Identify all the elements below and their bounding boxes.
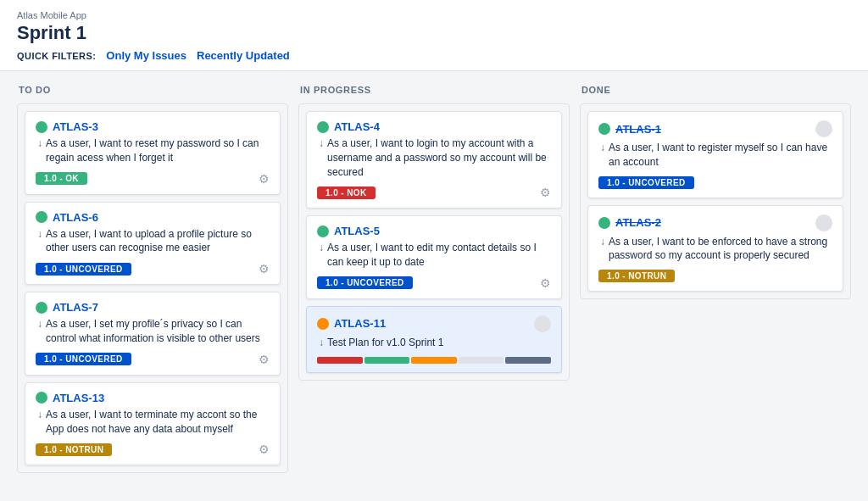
- card-atlas-3: ATLAS-3↓As a user, I want to reset my pa…: [25, 111, 281, 195]
- card-footer: 1.0 - NOTRUN: [598, 270, 832, 282]
- card-id[interactable]: ATLAS-2: [615, 216, 661, 229]
- test-bar: [459, 357, 504, 364]
- card-footer: 1.0 - OK⚙: [36, 172, 270, 186]
- card-atlas-2: ATLAS-2↓As a user, I want to be enforced…: [587, 205, 843, 292]
- column-body-todo: ATLAS-3↓As a user, I want to reset my pa…: [17, 103, 288, 473]
- card-atlas-5: ATLAS-5↓As a user, I want to edit my con…: [306, 215, 562, 299]
- card-footer: 1.0 - UNCOVERED⚙: [317, 276, 551, 290]
- status-badge: 1.0 - UNCOVERED: [36, 263, 131, 276]
- card-description: As a user, I want to login to my account…: [327, 136, 551, 179]
- filter-only-my-issues[interactable]: Only My Issues: [106, 49, 186, 62]
- avatar: [815, 120, 832, 137]
- card-footer: 1.0 - NOTRUN⚙: [36, 443, 270, 456]
- status-badge: 1.0 - NOK: [317, 186, 376, 199]
- avatar: [815, 214, 832, 231]
- card-description: As a user, I want to reset my password s…: [46, 136, 270, 165]
- column-header-inprogress: In Progress: [298, 85, 570, 95]
- arrow-icon: ↓: [600, 142, 605, 153]
- card-atlas-11: ATLAS-11↓Test Plan for v1.0 Sprint 1: [306, 306, 562, 373]
- column-body-done: ATLAS-1↓As a user, I want to register my…: [580, 103, 851, 299]
- arrow-icon: ↓: [600, 236, 605, 248]
- card-id[interactable]: ATLAS-13: [53, 392, 104, 404]
- project-name: Atlas Mobile App: [17, 10, 851, 20]
- card-id[interactable]: ATLAS-4: [334, 120, 380, 133]
- card-footer: 1.0 - UNCOVERED⚙: [36, 353, 270, 366]
- board: To DoATLAS-3↓As a user, I want to reset …: [0, 71, 868, 496]
- card-description: As a user, I set my profile´s privacy so…: [46, 317, 270, 346]
- arrow-icon: ↓: [319, 242, 324, 253]
- status-badge: 1.0 - OK: [36, 172, 87, 185]
- avatar: [534, 315, 551, 332]
- green-status-dot: [317, 121, 329, 133]
- card-footer: 1.0 - UNCOVERED⚙: [36, 262, 270, 276]
- gear-icon[interactable]: ⚙: [540, 186, 551, 199]
- column-todo: To DoATLAS-3↓As a user, I want to reset …: [17, 85, 288, 482]
- status-badge: 1.0 - NOTRUN: [598, 270, 675, 282]
- card-id[interactable]: ATLAS-1: [615, 123, 661, 136]
- test-bar: [317, 357, 363, 364]
- green-status-dot: [598, 217, 610, 229]
- green-status-dot: [317, 225, 329, 237]
- card-atlas-4: ATLAS-4↓As a user, I want to login to my…: [306, 111, 562, 209]
- card-atlas-1: ATLAS-1↓As a user, I want to register my…: [587, 111, 843, 198]
- card-footer: 1.0 - UNCOVERED: [598, 176, 832, 189]
- gear-icon[interactable]: ⚙: [259, 443, 270, 456]
- page-header: Atlas Mobile App Sprint 1 QUICK FILTERS:…: [0, 0, 868, 71]
- card-id[interactable]: ATLAS-7: [53, 301, 98, 314]
- status-badge: 1.0 - UNCOVERED: [317, 276, 413, 289]
- card-footer: 1.0 - NOK⚙: [317, 186, 551, 199]
- card-id[interactable]: ATLAS-3: [53, 120, 98, 133]
- orange-status-dot: [317, 318, 329, 330]
- card-description: As a user, I want to upload a profile pi…: [46, 227, 270, 256]
- card-atlas-13: ATLAS-13↓As a user, I want to terminate …: [25, 382, 281, 466]
- gear-icon[interactable]: ⚙: [259, 353, 270, 366]
- card-atlas-7: ATLAS-7↓As a user, I set my profile´s pr…: [25, 292, 281, 376]
- quick-filters-bar: QUICK FILTERS: Only My Issues Recently U…: [17, 49, 851, 62]
- status-badge: 1.0 - UNCOVERED: [36, 353, 131, 365]
- test-bar: [364, 357, 410, 364]
- column-header-todo: To Do: [17, 85, 288, 95]
- card-id[interactable]: ATLAS-6: [53, 211, 98, 224]
- quick-filters-label: QUICK FILTERS:: [17, 51, 96, 61]
- arrow-icon: ↓: [37, 318, 42, 330]
- column-inprogress: In ProgressATLAS-4↓As a user, I want to …: [298, 85, 570, 482]
- arrow-icon: ↓: [37, 228, 42, 240]
- green-status-dot: [36, 302, 47, 314]
- green-status-dot: [598, 123, 610, 135]
- column-body-inprogress: ATLAS-4↓As a user, I want to login to my…: [298, 103, 570, 381]
- test-bar: [411, 357, 457, 364]
- test-bar: [505, 357, 551, 364]
- sprint-title: Sprint 1: [17, 22, 851, 44]
- green-status-dot: [36, 121, 47, 133]
- column-header-done: Done: [580, 85, 851, 95]
- status-badge: 1.0 - UNCOVERED: [598, 176, 694, 189]
- card-description: As a user, I want to register myself so …: [609, 141, 832, 170]
- test-bars: [317, 357, 551, 364]
- card-atlas-6: ATLAS-6↓As a user, I want to upload a pr…: [25, 202, 281, 286]
- arrow-icon: ↓: [37, 137, 42, 149]
- card-description: As a user, I want to terminate my accont…: [46, 408, 270, 437]
- filter-recently-updated[interactable]: Recently Updated: [197, 49, 290, 62]
- column-done: DoneATLAS-1↓As a user, I want to registe…: [580, 85, 851, 482]
- card-description: Test Plan for v1.0 Sprint 1: [327, 336, 443, 350]
- green-status-dot: [36, 392, 47, 404]
- arrow-icon: ↓: [319, 137, 324, 149]
- gear-icon[interactable]: ⚙: [259, 262, 270, 276]
- card-id[interactable]: ATLAS-5: [334, 225, 380, 237]
- card-description: As a user, I want to edit my contact det…: [327, 241, 551, 270]
- status-badge: 1.0 - NOTRUN: [36, 443, 112, 456]
- gear-icon[interactable]: ⚙: [259, 172, 270, 186]
- arrow-icon: ↓: [37, 409, 42, 420]
- arrow-icon: ↓: [319, 337, 324, 348]
- green-status-dot: [36, 211, 47, 223]
- card-description: As a user, I want to be enforced to have…: [609, 235, 832, 264]
- gear-icon[interactable]: ⚙: [540, 276, 551, 290]
- card-id[interactable]: ATLAS-11: [334, 317, 386, 330]
